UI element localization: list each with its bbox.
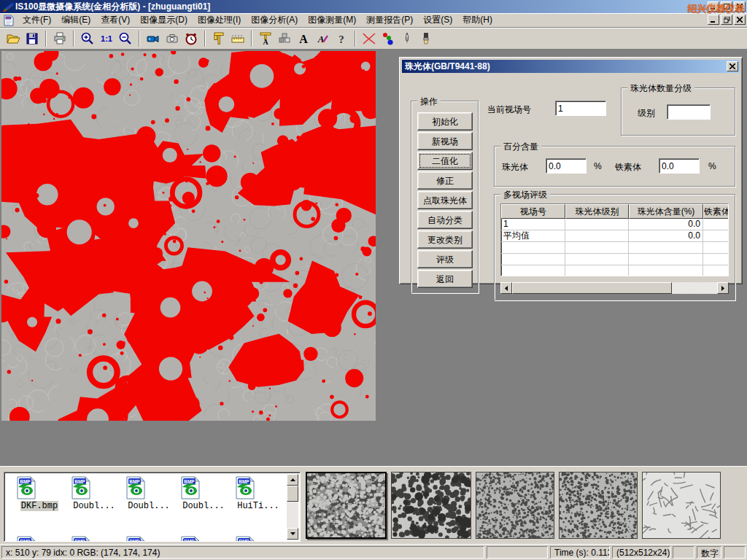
thumbnail-4[interactable]	[559, 472, 638, 539]
header-pearlite-level[interactable]: 珠光体级别	[565, 204, 629, 219]
scroll-track[interactable]	[512, 282, 717, 294]
initialize-button[interactable]: 初始化	[417, 112, 473, 131]
menu-image-processing[interactable]: 图像处理(I)	[193, 12, 246, 28]
document-system-icon[interactable]: DOC	[3, 15, 15, 26]
menu-help[interactable]: 帮助(H)	[457, 12, 498, 28]
open-icon[interactable]	[4, 30, 22, 47]
menu-settings[interactable]: 设置(S)	[418, 12, 457, 28]
file-name[interactable]: HuiTi...	[236, 501, 280, 511]
child-minimize-button[interactable]	[708, 15, 719, 25]
file-item[interactable]: BMP	[177, 535, 230, 542]
menu-file[interactable]: 文件(F)	[18, 12, 56, 28]
auto-classify-button[interactable]: 自动分类	[417, 211, 473, 229]
scroll-left-icon[interactable]	[500, 282, 512, 294]
menu-report[interactable]: 测量报告(P)	[361, 12, 418, 28]
bmp-file-icon: BMP	[177, 535, 202, 542]
rating-table[interactable]: 视场号 珠光体级别 珠光体含量(%) 铁素体含量(%) 1 0.0	[500, 203, 729, 276]
cell-field: 1	[501, 219, 565, 230]
actual-size-icon[interactable]: 1:1	[98, 30, 115, 47]
dialog-title-bar[interactable]: 珠光体(GB/T9441-88)	[402, 60, 740, 73]
thumbnail-1[interactable]	[306, 472, 387, 539]
menu-image-display[interactable]: 图像显示(D)	[135, 12, 193, 28]
change-class-button[interactable]: 更改类别	[417, 230, 473, 249]
pearlite-percent-input[interactable]	[546, 158, 587, 174]
print-icon[interactable]	[51, 30, 69, 47]
new-field-button[interactable]: 新视场	[417, 132, 473, 150]
file-item[interactable]: BMPDoubl...	[68, 475, 120, 511]
window-title: IS100显微摄像系统(金相分析版) - [zhuguangti01]	[15, 1, 210, 13]
child-restore-button[interactable]	[721, 15, 732, 25]
menu-view[interactable]: 查看(V)	[96, 12, 135, 28]
scroll-right-icon[interactable]	[717, 282, 729, 294]
scroll-thumb[interactable]	[512, 282, 672, 294]
save-icon[interactable]	[23, 30, 41, 47]
annotate-icon[interactable]: A	[314, 30, 331, 47]
dialog-title: 珠光体(GB/T9441-88)	[405, 61, 490, 73]
file-item[interactable]: BMPDKF.bmp	[13, 475, 66, 511]
scroll-up-icon[interactable]	[287, 474, 298, 486]
file-item[interactable]: BMP	[232, 535, 285, 542]
measure-text-icon[interactable]: A	[257, 30, 274, 47]
file-item[interactable]: BMP	[13, 535, 66, 542]
level-input[interactable]	[667, 104, 711, 120]
video-camera-icon[interactable]	[144, 30, 162, 47]
file-item[interactable]: BMPHuiTi...	[232, 475, 285, 511]
file-name[interactable]: Doubl...	[182, 501, 225, 511]
ferrite-percent-input[interactable]	[659, 158, 700, 174]
file-item[interactable]: BMPDoubl...	[177, 475, 230, 511]
ruler-icon[interactable]	[229, 30, 247, 47]
rating-table-header: 视场号 珠光体级别 珠光体含量(%) 铁素体含量(%)	[501, 204, 728, 219]
close-button[interactable]	[734, 1, 746, 12]
scroll-thumb[interactable]	[287, 486, 298, 502]
table-row[interactable]: 1 0.0	[501, 219, 728, 230]
menu-image-measure[interactable]: 图像测量(M)	[303, 12, 361, 28]
header-ferrite-pct[interactable]: 铁素体含量(%)	[703, 204, 729, 219]
menu-image-analysis[interactable]: 图像分析(A)	[246, 12, 303, 28]
scroll-track[interactable]	[287, 486, 298, 528]
return-button[interactable]: 返回	[417, 270, 473, 288]
svg-text:BMP: BMP	[184, 539, 195, 542]
maximize-button[interactable]	[721, 1, 732, 12]
micrograph-image[interactable]	[1, 51, 376, 421]
minimize-button[interactable]	[708, 1, 719, 12]
file-list-vscrollbar[interactable]	[287, 474, 298, 540]
file-item[interactable]: BMPDoubl...	[123, 475, 175, 511]
current-field-input[interactable]	[555, 101, 606, 116]
table-hscrollbar[interactable]	[500, 282, 729, 294]
binarize-button[interactable]: 二值化	[417, 152, 473, 170]
table-row[interactable]: 平均值 0.0	[501, 230, 728, 242]
file-name[interactable]: DKF.bmp	[20, 501, 58, 511]
grading-group: 珠光体数量分级 级别	[621, 88, 735, 136]
child-close-button[interactable]	[734, 15, 746, 25]
help-icon[interactable]: ?	[333, 30, 350, 47]
dialog-close-button[interactable]	[727, 61, 738, 71]
file-item[interactable]: BMP	[123, 535, 175, 542]
pen-icon[interactable]	[398, 30, 416, 47]
caliper-icon[interactable]	[210, 30, 228, 47]
zoom-out-icon[interactable]	[117, 30, 134, 47]
text-icon[interactable]: A	[295, 30, 312, 47]
status-empty	[673, 546, 694, 559]
scroll-down-icon[interactable]	[287, 528, 298, 540]
menu-edit[interactable]: 编辑(E)	[56, 12, 96, 28]
thumbnail-3[interactable]	[476, 472, 554, 539]
file-item[interactable]: BMP	[68, 535, 120, 542]
pick-pearlite-button[interactable]: 点取珠光体	[417, 191, 473, 209]
file-list[interactable]: BMPDKF.bmpBMPDoubl...BMPDoubl...BMPDoubl…	[4, 472, 301, 542]
thumbnail-2[interactable]	[391, 472, 471, 539]
rate-button[interactable]: 评级	[417, 250, 473, 268]
curve-icon[interactable]	[360, 30, 378, 47]
capture-icon[interactable]	[163, 30, 181, 47]
brush-icon[interactable]	[417, 30, 435, 47]
correct-button[interactable]: 修正	[417, 171, 473, 190]
clock-icon[interactable]	[182, 30, 200, 47]
zoom-in-icon[interactable]	[79, 30, 96, 47]
file-name[interactable]: Doubl...	[127, 501, 171, 511]
grid-icon[interactable]	[276, 30, 293, 47]
classify-dots-icon[interactable]	[379, 30, 397, 47]
thumbnail-5[interactable]	[642, 472, 721, 539]
svg-text:DOC: DOC	[6, 17, 12, 20]
header-pearlite-pct[interactable]: 珠光体含量(%)	[629, 204, 703, 219]
header-field-no[interactable]: 视场号	[501, 204, 565, 219]
file-name[interactable]: Doubl...	[72, 501, 116, 511]
